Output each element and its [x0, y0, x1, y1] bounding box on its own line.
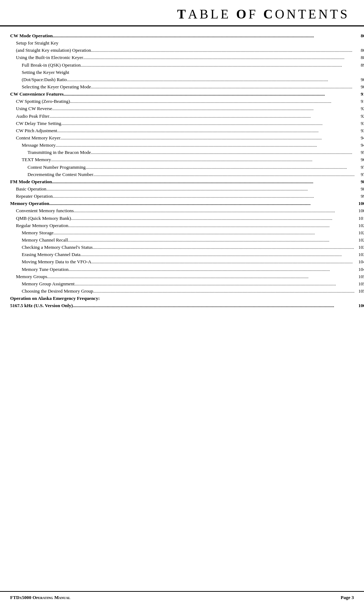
toc-entry-page: 92 [355, 113, 364, 120]
toc-entry-page: 86 [355, 47, 364, 54]
toc-entry: Using CW Reverse .......................… [10, 105, 364, 112]
toc-entry: 5167.5 kHz (U.S. Version Only) .........… [10, 302, 364, 309]
toc-dots: ........................................… [68, 266, 355, 273]
toc-dots: ........................................… [52, 105, 355, 112]
toc-entry: TEXT Memory ............................… [10, 156, 364, 163]
toc-entry-title: CW Pitch Adjustment [16, 127, 57, 134]
page-header: TABLE OF CONTENTS [0, 0, 364, 26]
toc-dots: ........................................… [91, 258, 355, 265]
toc-entry: Memory Group Assignment ................… [10, 280, 364, 288]
toc-entry-page: 94 [355, 142, 364, 149]
toc-dots: ........................................… [68, 236, 355, 244]
toc-entry-title: CW Mode Operation [10, 32, 53, 39]
toc-entry-title: QMB (Quick Memory Bank) [16, 215, 71, 222]
toc-entry-title: Memory Channel Recall [22, 236, 68, 244]
toc-entry-title: Memory Group Assignment [22, 280, 75, 288]
toc-entry-page: 90 [355, 83, 364, 91]
toc-entry: Memory Storage .........................… [10, 229, 364, 236]
toc-entry-page: 105 [355, 273, 364, 280]
toc-dots: ........................................… [60, 134, 355, 142]
toc-entry-page: 98 [355, 185, 364, 193]
toc-entry: Full Break-in (QSK) Operation ..........… [10, 62, 364, 69]
toc-entry-title: CW Delay Time Setting [16, 120, 61, 127]
toc-entry-page: 91 [355, 91, 364, 98]
toc-entry-title: Convenient Memory functions [16, 207, 74, 214]
toc-entry-title: Regular Memory Operation [16, 222, 68, 229]
toc-entry: Operation on Alaska Emergency Frequency: [10, 295, 364, 302]
toc-dots: ........................................… [81, 62, 355, 69]
toc-entry: Selecting the Keyer Operating Mode .....… [10, 83, 364, 91]
toc-entry: Choosing the Desired Memory Group ......… [10, 288, 364, 295]
toc-entry-title: FM Mode Operation [10, 178, 52, 185]
toc-dots: ........................................… [70, 98, 355, 105]
toc-dots: ........................................… [61, 120, 355, 127]
toc-entry-page: 88 [355, 54, 364, 61]
toc-dots: ........................................… [51, 156, 355, 163]
toc-entry: Moving Memory Data to the VFO-A ........… [10, 258, 364, 265]
page-footer: FTDx5000 Operating Manual Page 3 [0, 591, 364, 600]
toc-entry-title: Using the Built-in Electronic Keyer [16, 54, 83, 61]
toc-entry-title: Memory Operation [10, 200, 49, 207]
toc-entry: CW Delay Time Setting ..................… [10, 120, 364, 127]
toc-entry-page: 105 [355, 280, 364, 288]
toc-dots: ........................................… [73, 302, 355, 309]
toc-entry-title: 5167.5 kHz (U.S. Version Only) [10, 302, 73, 309]
toc-dots: ........................................… [49, 200, 355, 207]
toc-dots: ........................................… [54, 229, 355, 236]
toc-entry-page: 92 [355, 105, 364, 112]
toc-entry-page: 102 [355, 222, 364, 229]
toc-entry: FM Mode Operation ......................… [10, 178, 364, 185]
footer-manual-name: FTDx5000 Operating Manual [10, 595, 70, 600]
toc-entry-title: Memory Storage [22, 229, 54, 236]
toc-dots: ........................................… [93, 288, 355, 295]
left-column: CW Mode Operation ......................… [10, 32, 364, 309]
footer-page-number: Page 3 [341, 595, 354, 600]
page-title: TABLE OF CONTENTS [14, 7, 350, 22]
toc-dots: ........................................… [74, 207, 355, 214]
toc-entry-title: Transmitting in the Beacon Mode [28, 149, 91, 156]
toc-entry: Memory Tune Operation ..................… [10, 266, 364, 273]
toc-dots: ........................................… [47, 273, 355, 280]
toc-dots: ........................................… [56, 142, 355, 149]
toc-entry-title: Basic Operation [16, 185, 46, 193]
toc-dots: ........................................… [83, 54, 355, 61]
toc-entry-page: 104 [355, 258, 364, 265]
toc-entry: Decrementing the Contest Number ........… [10, 171, 364, 178]
toc-entry-page: 91 [355, 98, 364, 105]
toc-entry: Message Memory .........................… [10, 142, 364, 149]
toc-dots: ........................................… [53, 32, 355, 39]
toc-entry-page: 94 [355, 134, 364, 142]
toc-entry-title: Operation on Alaska Emergency Frequency: [10, 295, 100, 302]
toc-dots: ........................................… [85, 164, 355, 171]
toc-entry: CW Spotting (Zero-Beating) .............… [10, 98, 364, 105]
toc-entry-page: 97 [355, 164, 364, 171]
toc-entry-title: Moving Memory Data to the VFO-A [22, 258, 91, 265]
toc-entry-page: 93 [355, 120, 364, 127]
toc-entry: Erasing Memory Channel Data ............… [10, 251, 364, 258]
toc-entry: Contest Number Programming .............… [10, 164, 364, 171]
toc-entry-page: 105 [355, 288, 364, 295]
toc-entry-page: 90 [355, 76, 364, 83]
toc-entry-title: TEXT Memory [22, 156, 51, 163]
toc-entry-page: 100 [355, 207, 364, 214]
toc-entry: Memory Operation .......................… [10, 200, 364, 207]
toc-dots: ........................................… [52, 178, 355, 185]
toc-entry-title: Setup for Straight Key [16, 39, 58, 47]
toc-entry-page: 98 [355, 178, 364, 185]
toc-entry-page: 102 [355, 229, 364, 236]
toc-entry-page: 89 [355, 62, 364, 69]
toc-entry-page: 86 [355, 32, 364, 39]
toc-entry: CW Convenience Features ................… [10, 91, 364, 98]
toc-entry-title: Contest Memory Keyer [16, 134, 60, 142]
toc-entry-page: 100 [355, 200, 364, 207]
toc-entry: Repeater Operation .....................… [10, 193, 364, 200]
toc-entry-page: 97 [355, 171, 364, 178]
page: TABLE OF CONTENTS CW Mode Operation ....… [0, 0, 364, 607]
toc-entry: Audio Peak Filter ......................… [10, 113, 364, 120]
toc-entry: Basic Operation ........................… [10, 185, 364, 193]
toc-entry-title: Setting the Keyer Weight [22, 69, 69, 76]
toc-entry-page: 95 [355, 149, 364, 156]
toc-dots: ........................................… [91, 47, 355, 54]
toc-content: CW Mode Operation ......................… [0, 32, 364, 309]
toc-entry-page: 102 [355, 236, 364, 244]
